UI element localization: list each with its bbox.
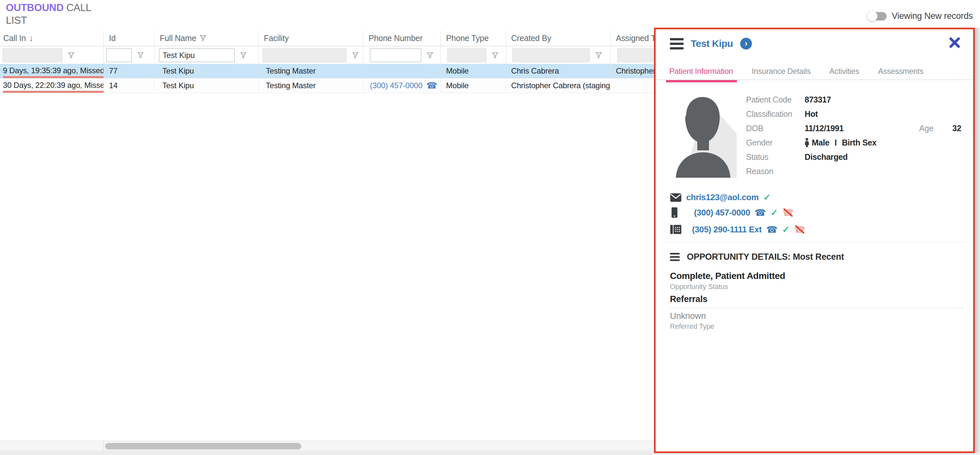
column-header-id[interactable]: Id — [104, 30, 154, 46]
column-header-created-by[interactable]: Created By — [506, 30, 611, 46]
column-header-phone-number[interactable]: Phone Number — [363, 30, 441, 46]
panel-menu-icon[interactable] — [670, 38, 684, 49]
viewing-new-records-control: Viewing New records — [868, 11, 973, 21]
cell-full-name: Test Kipu — [154, 64, 259, 78]
cell-phone-type: Mobile — [441, 78, 506, 93]
filter-cell-facility — [259, 46, 363, 64]
cell-call-in[interactable]: 30 Days, 22:20:39 ago, Missed — [0, 78, 104, 93]
filter-cell-phone-type — [441, 46, 506, 64]
field-label: Reason — [746, 167, 805, 176]
filter-cell-id — [104, 46, 154, 64]
full-name-filter-input[interactable] — [159, 48, 235, 62]
filter-cell-full-name — [154, 46, 259, 64]
page-title-accent: OUTBOUND — [6, 2, 64, 13]
field-label: DOB — [746, 124, 805, 133]
email-link[interactable]: chris123@aol.com — [686, 192, 759, 202]
phone-type-filter-input[interactable] — [447, 48, 487, 62]
field-value: Discharged — [805, 152, 848, 162]
field-dob: DOB 11/12/1991 Age 32 — [746, 122, 961, 135]
filter-funnel-icon[interactable] — [352, 52, 359, 59]
phone-number-filter-input[interactable] — [370, 48, 422, 62]
call-phone-icon[interactable]: ☎ — [754, 207, 766, 218]
filter-funnel-icon[interactable] — [68, 52, 75, 59]
column-header-call-in[interactable]: Call In ↓ — [0, 30, 104, 46]
field-gender: Gender Male I Birth Sex — [746, 136, 877, 149]
tab-patient-information[interactable]: Patient Information — [669, 67, 733, 76]
page-title-line2: LIST — [6, 14, 91, 27]
close-icon[interactable] — [948, 37, 961, 49]
column-header-label: Phone Type — [446, 33, 489, 43]
column-header-label: Assigned To — [616, 33, 660, 43]
birth-sex-label: Birth Sex — [842, 138, 877, 148]
page-title: OUTBOUND CALL LIST — [6, 1, 91, 27]
call-in-filter-input[interactable] — [3, 48, 62, 62]
cell-created-by: Christopher Cabrera (staging) — [506, 78, 611, 93]
section-divider — [665, 242, 966, 242]
cell-id: 14 — [104, 78, 154, 93]
column-header-label: Id — [109, 33, 116, 43]
cell-facility: Testing Master — [259, 78, 363, 93]
mobile-phone-link[interactable]: (300) 457-0000 — [694, 208, 750, 218]
cell-id: 77 — [104, 64, 154, 78]
mobile-phone-row: (300) 457-0000 ☎ ✓ ☎ — [671, 207, 794, 218]
open-patient-icon[interactable]: › — [740, 38, 752, 49]
created-by-filter-input[interactable] — [512, 48, 590, 62]
outbound-call-list-app: OUTBOUND CALL LIST Viewing New records C… — [0, 0, 980, 455]
tab-assessments[interactable]: Assessments — [878, 67, 923, 76]
id-filter-input[interactable] — [107, 48, 132, 62]
office-phone-link[interactable]: (305) 290-1111 Ext — [692, 224, 762, 235]
opportunity-menu-icon[interactable] — [670, 253, 680, 261]
phone-number-link[interactable]: (300) 457-0000 ☎ — [369, 80, 437, 91]
horizontal-scrollbar-thumb[interactable] — [105, 443, 301, 449]
cell-facility: Testing Master — [259, 64, 363, 78]
age-label: Age — [919, 124, 934, 133]
filter-cell-created-by — [506, 46, 611, 64]
phone-icon[interactable]: ☎ — [426, 80, 437, 91]
column-header-phone-type[interactable]: Phone Type — [441, 30, 506, 46]
gender-separator: I — [835, 138, 837, 148]
missed-call-icon: ☎ — [794, 224, 805, 235]
cell-phone-number — [363, 64, 441, 78]
filter-funnel-icon[interactable] — [240, 52, 247, 59]
column-header-label: Call In — [3, 33, 26, 43]
filter-cell-call-in — [0, 46, 104, 64]
field-value: Hot — [805, 109, 818, 119]
opportunity-heading: OPPORTUNITY DETAILS: Most Recent — [687, 252, 844, 262]
field-value: Male I Birth Sex — [805, 138, 877, 148]
tab-insurance-details[interactable]: Insurance Details — [752, 67, 810, 76]
missed-call-label: 9 Days, 19:35:39 ago, Missed — [3, 66, 104, 78]
cell-call-in[interactable]: 9 Days, 19:35:39 ago, Missed — [0, 64, 104, 78]
tab-activities[interactable]: Activities — [829, 67, 859, 76]
opportunity-details-header: OPPORTUNITY DETAILS: Most Recent — [670, 252, 844, 262]
filter-funnel-icon[interactable] — [595, 52, 602, 59]
field-reason: Reason — [746, 165, 805, 178]
column-header-label: Created By — [511, 33, 551, 43]
column-header-facility[interactable]: Facility — [259, 30, 363, 46]
toggle-knob[interactable] — [867, 11, 878, 21]
viewing-new-records-toggle[interactable] — [868, 12, 887, 21]
opportunity-status-label: Opportunity Status — [670, 283, 728, 291]
frozen-column-footer — [0, 441, 104, 451]
call-phone-icon[interactable]: ☎ — [766, 224, 778, 235]
patient-detail-panel: Test Kipu › Patient Information Insuranc… — [654, 28, 975, 453]
field-label: Classification — [746, 109, 805, 119]
filter-funnel-icon[interactable] — [426, 52, 434, 59]
page-title-rest: CALL — [64, 2, 91, 13]
missed-call-label: 30 Days, 22:20:39 ago, Missed — [3, 81, 104, 93]
column-header-full-name[interactable]: Full Name — [154, 30, 259, 46]
cell-full-name: Test Kipu — [154, 78, 259, 93]
field-value: 873317 — [805, 95, 831, 105]
email-icon — [670, 193, 682, 202]
patient-name-link[interactable]: Test Kipu — [691, 38, 733, 49]
facility-filter-input[interactable] — [262, 48, 347, 62]
vertical-scrollbar-gutter[interactable] — [975, 28, 980, 452]
panel-tabs: Patient Information Insurance Details Ac… — [655, 63, 973, 80]
age-value: 32 — [952, 124, 961, 133]
missed-call-icon: ☎ — [783, 207, 794, 218]
filter-funnel-icon[interactable] — [492, 52, 499, 59]
filter-funnel-icon[interactable] — [199, 35, 207, 42]
sort-desc-icon[interactable]: ↓ — [29, 33, 33, 43]
verified-check-icon: ✓ — [770, 207, 778, 218]
filter-funnel-icon[interactable] — [137, 52, 144, 59]
field-classification: Classification Hot — [746, 107, 818, 121]
